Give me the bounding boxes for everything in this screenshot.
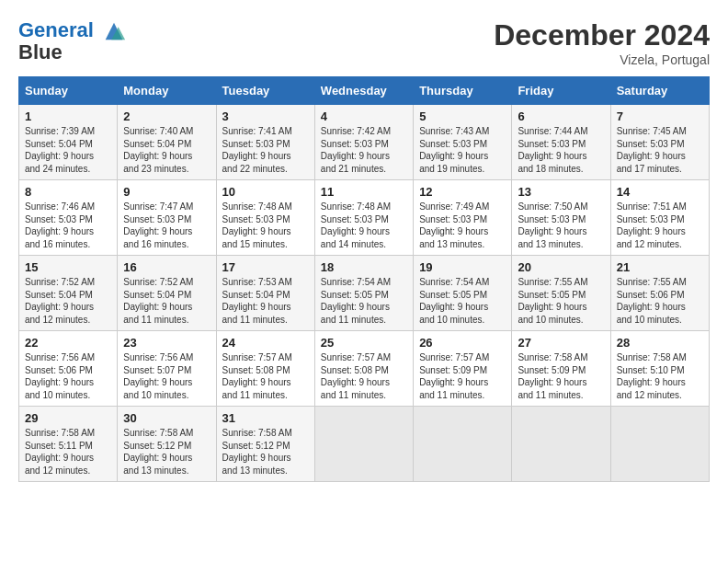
day-cell: 12 Sunrise: 7:49 AMSunset: 5:03 PMDaylig…	[414, 180, 512, 256]
day-number: 1	[25, 109, 111, 123]
day-info: Sunrise: 7:58 AMSunset: 5:09 PMDaylight:…	[518, 351, 604, 401]
day-number: 10	[222, 185, 309, 199]
weekday-thursday: Thursday	[414, 77, 512, 105]
day-number: 22	[25, 336, 111, 350]
weekday-header-row: SundayMondayTuesdayWednesdayThursdayFrid…	[19, 77, 710, 105]
day-cell	[414, 407, 512, 482]
calendar-body: 1 Sunrise: 7:39 AMSunset: 5:04 PMDayligh…	[19, 105, 710, 482]
day-info: Sunrise: 7:40 AMSunset: 5:04 PMDaylight:…	[123, 125, 210, 175]
day-cell: 17 Sunrise: 7:53 AMSunset: 5:04 PMDaylig…	[216, 256, 314, 331]
day-number: 5	[419, 109, 506, 123]
day-cell: 26 Sunrise: 7:57 AMSunset: 5:09 PMDaylig…	[414, 331, 512, 407]
day-info: Sunrise: 7:51 AMSunset: 5:03 PMDaylight:…	[617, 201, 703, 250]
day-cell: 21 Sunrise: 7:55 AMSunset: 5:06 PMDaylig…	[610, 256, 709, 331]
day-cell: 16 Sunrise: 7:52 AMSunset: 5:04 PMDaylig…	[118, 256, 216, 331]
day-number: 11	[321, 185, 407, 199]
day-number: 28	[617, 336, 703, 350]
day-cell: 30 Sunrise: 7:58 AMSunset: 5:12 PMDaylig…	[118, 407, 216, 482]
day-number: 25	[321, 336, 407, 350]
weekday-sunday: Sunday	[19, 77, 118, 105]
day-number: 7	[617, 109, 703, 123]
day-number: 17	[222, 260, 309, 274]
day-cell: 18 Sunrise: 7:54 AMSunset: 5:05 PMDaylig…	[314, 256, 413, 331]
day-info: Sunrise: 7:45 AMSunset: 5:03 PMDaylight:…	[617, 125, 703, 175]
day-info: Sunrise: 7:55 AMSunset: 5:06 PMDaylight:…	[617, 276, 703, 326]
day-cell: 8 Sunrise: 7:46 AMSunset: 5:03 PMDayligh…	[19, 180, 118, 256]
day-cell: 27 Sunrise: 7:58 AMSunset: 5:09 PMDaylig…	[512, 331, 610, 407]
day-number: 15	[25, 260, 111, 274]
day-cell: 24 Sunrise: 7:57 AMSunset: 5:08 PMDaylig…	[216, 331, 314, 407]
day-info: Sunrise: 7:58 AMSunset: 5:12 PMDaylight:…	[123, 427, 210, 477]
day-cell: 31 Sunrise: 7:58 AMSunset: 5:12 PMDaylig…	[216, 407, 314, 482]
weekday-monday: Monday	[118, 77, 216, 105]
day-cell	[610, 407, 709, 482]
day-number: 6	[518, 109, 604, 123]
day-info: Sunrise: 7:43 AMSunset: 5:03 PMDaylight:…	[419, 125, 506, 175]
logo: General Blue	[18, 18, 127, 64]
day-info: Sunrise: 7:53 AMSunset: 5:04 PMDaylight:…	[222, 276, 309, 326]
day-number: 14	[617, 185, 703, 199]
day-number: 12	[419, 185, 506, 199]
day-number: 8	[25, 185, 111, 199]
day-cell: 2 Sunrise: 7:40 AMSunset: 5:04 PMDayligh…	[118, 105, 216, 180]
day-cell: 25 Sunrise: 7:57 AMSunset: 5:08 PMDaylig…	[314, 331, 413, 407]
day-cell: 15 Sunrise: 7:52 AMSunset: 5:04 PMDaylig…	[19, 256, 118, 331]
day-number: 31	[222, 411, 309, 425]
day-cell: 10 Sunrise: 7:48 AMSunset: 5:03 PMDaylig…	[216, 180, 314, 256]
day-info: Sunrise: 7:54 AMSunset: 5:05 PMDaylight:…	[419, 276, 506, 326]
month-title: December 2024	[494, 18, 710, 52]
day-number: 19	[419, 260, 506, 274]
day-number: 9	[123, 185, 210, 199]
day-cell: 22 Sunrise: 7:56 AMSunset: 5:06 PMDaylig…	[19, 331, 118, 407]
day-cell	[512, 407, 610, 482]
day-number: 26	[419, 336, 506, 350]
day-number: 30	[123, 411, 210, 425]
day-cell: 6 Sunrise: 7:44 AMSunset: 5:03 PMDayligh…	[512, 105, 610, 180]
day-number: 24	[222, 336, 309, 350]
day-info: Sunrise: 7:39 AMSunset: 5:04 PMDaylight:…	[25, 125, 111, 175]
day-info: Sunrise: 7:58 AMSunset: 5:11 PMDaylight:…	[25, 427, 111, 477]
weekday-friday: Friday	[512, 77, 610, 105]
weekday-wednesday: Wednesday	[314, 77, 413, 105]
day-info: Sunrise: 7:58 AMSunset: 5:12 PMDaylight:…	[222, 427, 309, 477]
page-header: General Blue December 2024 Vizela, Portu…	[18, 18, 710, 67]
day-info: Sunrise: 7:48 AMSunset: 5:03 PMDaylight:…	[321, 201, 407, 250]
day-info: Sunrise: 7:56 AMSunset: 5:06 PMDaylight:…	[25, 351, 111, 401]
calendar-table: SundayMondayTuesdayWednesdayThursdayFrid…	[18, 76, 710, 482]
day-number: 3	[222, 109, 309, 123]
day-cell	[314, 407, 413, 482]
week-row-2: 8 Sunrise: 7:46 AMSunset: 5:03 PMDayligh…	[19, 180, 710, 256]
day-info: Sunrise: 7:52 AMSunset: 5:04 PMDaylight:…	[25, 276, 111, 326]
weekday-tuesday: Tuesday	[216, 77, 314, 105]
day-info: Sunrise: 7:55 AMSunset: 5:05 PMDaylight:…	[518, 276, 604, 326]
day-number: 4	[321, 109, 407, 123]
logo-icon	[101, 18, 127, 44]
day-cell: 5 Sunrise: 7:43 AMSunset: 5:03 PMDayligh…	[414, 105, 512, 180]
day-cell: 23 Sunrise: 7:56 AMSunset: 5:07 PMDaylig…	[118, 331, 216, 407]
week-row-1: 1 Sunrise: 7:39 AMSunset: 5:04 PMDayligh…	[19, 105, 710, 180]
day-info: Sunrise: 7:44 AMSunset: 5:03 PMDaylight:…	[518, 125, 604, 175]
day-info: Sunrise: 7:50 AMSunset: 5:03 PMDaylight:…	[518, 201, 604, 250]
week-row-5: 29 Sunrise: 7:58 AMSunset: 5:11 PMDaylig…	[19, 407, 710, 482]
day-cell: 1 Sunrise: 7:39 AMSunset: 5:04 PMDayligh…	[19, 105, 118, 180]
day-number: 2	[123, 109, 210, 123]
day-number: 27	[518, 336, 604, 350]
day-number: 20	[518, 260, 604, 274]
day-info: Sunrise: 7:46 AMSunset: 5:03 PMDaylight:…	[25, 201, 111, 250]
week-row-4: 22 Sunrise: 7:56 AMSunset: 5:06 PMDaylig…	[19, 331, 710, 407]
day-cell: 29 Sunrise: 7:58 AMSunset: 5:11 PMDaylig…	[19, 407, 118, 482]
day-number: 29	[25, 411, 111, 425]
day-cell: 19 Sunrise: 7:54 AMSunset: 5:05 PMDaylig…	[414, 256, 512, 331]
day-number: 18	[321, 260, 407, 274]
day-info: Sunrise: 7:47 AMSunset: 5:03 PMDaylight:…	[123, 201, 210, 250]
location: Vizela, Portugal	[494, 52, 710, 67]
day-cell: 20 Sunrise: 7:55 AMSunset: 5:05 PMDaylig…	[512, 256, 610, 331]
day-info: Sunrise: 7:48 AMSunset: 5:03 PMDaylight:…	[222, 201, 309, 250]
day-cell: 9 Sunrise: 7:47 AMSunset: 5:03 PMDayligh…	[118, 180, 216, 256]
day-info: Sunrise: 7:54 AMSunset: 5:05 PMDaylight:…	[321, 276, 407, 326]
title-section: December 2024 Vizela, Portugal	[494, 18, 710, 67]
day-number: 13	[518, 185, 604, 199]
day-info: Sunrise: 7:57 AMSunset: 5:08 PMDaylight:…	[222, 351, 309, 401]
day-cell: 28 Sunrise: 7:58 AMSunset: 5:10 PMDaylig…	[610, 331, 709, 407]
day-cell: 3 Sunrise: 7:41 AMSunset: 5:03 PMDayligh…	[216, 105, 314, 180]
